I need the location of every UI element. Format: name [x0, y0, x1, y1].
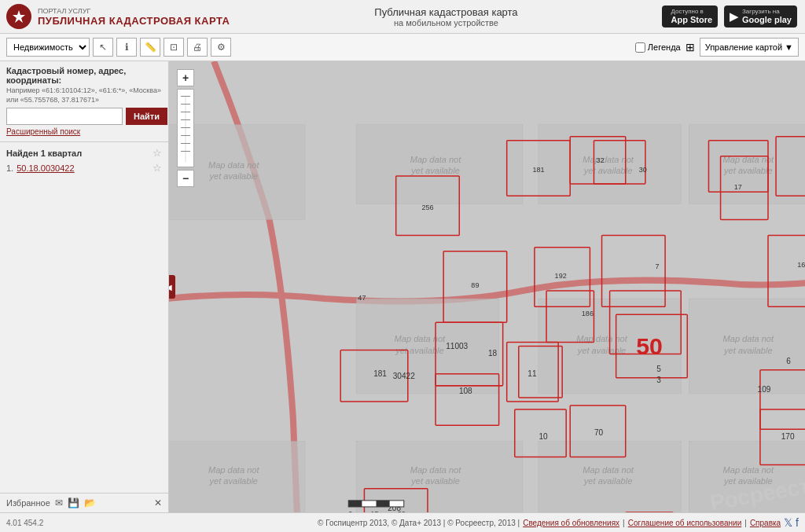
svg-text:Map data not: Map data not: [208, 465, 260, 475]
zoom-in-button[interactable]: +: [177, 69, 194, 86]
search-area: Кадастровый номер, адрес, координаты: На…: [0, 61, 168, 142]
svg-text:Map data not: Map data not: [723, 465, 775, 475]
result-number: 1.: [6, 163, 13, 173]
twitter-icon[interactable]: 𝕏: [784, 516, 792, 529]
googleplay-badge[interactable]: ▶ Загрузить на Google play: [724, 6, 797, 28]
appstore-badge[interactable]: Доступно в App Store: [662, 6, 718, 28]
svg-text:Map data not: Map data not: [583, 155, 634, 164]
results-area: Найден 1 квартал ☆ 1. 50.18.0030422 ☆: [0, 142, 168, 493]
googleplay-text: Загрузить на Google play: [742, 8, 792, 26]
cursor-tool-btn[interactable]: ↖: [93, 38, 113, 57]
svg-text:Map data not: Map data not: [208, 160, 260, 170]
portal-text: ПОРТАЛ УСЛУГ ПУБЛИЧНАЯ КАДАСТРОВАЯ КАРТА: [38, 7, 230, 27]
map-control-label: Управление картой: [705, 42, 782, 52]
footer-updates-link[interactable]: Сведения об обновлениях: [523, 519, 619, 527]
svg-text:30422: 30422: [393, 372, 415, 380]
map-control-btn[interactable]: Управление картой ▼: [700, 38, 799, 57]
toolbar-right: Легенда ⊞ Управление картой ▼: [635, 38, 799, 57]
search-button[interactable]: Найти: [126, 108, 167, 125]
legend-toggle[interactable]: Легенда: [635, 42, 681, 53]
svg-text:yet available: yet available: [577, 346, 627, 355]
toolbar: Недвижимость ↖ ℹ 📏 ⊡ 🖨 ⚙ Легенда ⊞ Управ…: [0, 34, 805, 61]
footer-copyright: © Госпицентр 2013, © Дата+ 2013 | © Роср…: [318, 519, 520, 527]
svg-text:192: 192: [555, 272, 567, 280]
search-input[interactable]: [6, 108, 123, 125]
measure-tool-btn[interactable]: 📏: [140, 38, 160, 57]
property-type-select[interactable]: Недвижимость: [6, 38, 90, 57]
svg-text:181: 181: [532, 166, 544, 174]
svg-text:Map data not: Map data not: [583, 465, 634, 475]
facebook-icon[interactable]: f: [796, 516, 799, 529]
svg-text:186: 186: [582, 310, 594, 317]
results-header: Найден 1 квартал ☆: [6, 147, 162, 159]
results-count: Найден 1 квартал: [6, 149, 82, 158]
favorites-load-icon[interactable]: 📂: [84, 497, 96, 508]
result-link[interactable]: 50.18.0030422: [17, 163, 74, 173]
svg-text:256: 256: [421, 204, 433, 211]
svg-text:yet available: yet available: [410, 476, 460, 486]
svg-text:17: 17: [734, 183, 742, 191]
svg-text:Map data not: Map data not: [723, 334, 775, 343]
portal-name: ПОРТАЛ УСЛУГ: [38, 7, 230, 15]
sidebar: Кадастровый номер, адрес, координаты: На…: [0, 61, 169, 512]
favorites-area: Избранное ✉ 💾 📂 ✕: [0, 493, 168, 512]
main-layout: Кадастровый номер, адрес, координаты: На…: [0, 61, 805, 512]
footer: 4.01 454.2 © Госпицентр 2013, © Дата+ 20…: [0, 512, 805, 532]
map-svg: Map data not yet available Map data not …: [169, 61, 805, 512]
svg-text:30м: 30м: [398, 510, 410, 512]
svg-text:70: 70: [594, 428, 604, 437]
svg-text:yet available: yet available: [583, 166, 633, 175]
chevron-down-icon: ▼: [785, 42, 793, 52]
svg-text:181: 181: [373, 369, 387, 378]
info-tool-btn[interactable]: ℹ: [116, 38, 137, 57]
header-right: Доступно в App Store ▶ Загрузить на Goog…: [662, 6, 805, 28]
grid-icon: ⊞: [686, 41, 695, 53]
footer-right: © Госпицентр 2013, © Дата+ 2013 | © Роср…: [318, 516, 799, 529]
legend-checkbox-input[interactable]: [635, 42, 645, 53]
appstore-text: Доступно в App Store: [671, 8, 712, 26]
svg-text:18: 18: [488, 349, 498, 358]
svg-rect-111: [348, 501, 362, 507]
svg-text:109: 109: [758, 385, 771, 394]
map-container[interactable]: ◀: [169, 61, 805, 512]
zoom-controls: + −: [177, 69, 194, 187]
favorites-close-icon[interactable]: ✕: [154, 497, 162, 508]
svg-text:5: 5: [656, 365, 661, 373]
settings-tool-btn[interactable]: ⚙: [211, 38, 231, 57]
svg-text:yet available: yet available: [209, 171, 259, 181]
svg-text:10: 10: [539, 432, 548, 441]
svg-text:30: 30: [639, 166, 647, 174]
favorites-save-icon[interactable]: 💾: [68, 497, 79, 508]
search-row: Найти: [6, 108, 162, 125]
print-tool-btn[interactable]: 🖨: [187, 38, 208, 57]
svg-text:Map data not: Map data not: [410, 155, 462, 164]
header-center: Публичная кадастровая карта на мобильном…: [374, 6, 517, 28]
google-icon: ▶: [730, 9, 739, 24]
footer-agreement-link[interactable]: Соглашение об использовании: [628, 519, 742, 527]
map-back-arrow[interactable]: ◀: [169, 275, 175, 299]
header: ПОРТАЛ УСЛУГ ПУБЛИЧНАЯ КАДАСТРОВАЯ КАРТА…: [0, 0, 805, 34]
svg-text:0: 0: [348, 510, 352, 512]
svg-text:89: 89: [471, 281, 479, 289]
svg-text:Map data not: Map data not: [395, 334, 447, 343]
svg-text:170: 170: [781, 432, 795, 441]
footer-coords: 4.01 454.2: [6, 519, 43, 527]
header-left: ПОРТАЛ УСЛУГ ПУБЛИЧНАЯ КАДАСТРОВАЯ КАРТА: [0, 4, 230, 29]
svg-text:yet available: yet available: [723, 166, 773, 175]
search-hint: Например «61:6:10104:12», «61:6:*», «Мос…: [6, 86, 162, 105]
area-tool-btn[interactable]: ⊡: [164, 38, 184, 57]
footer-sep1: |: [623, 519, 625, 527]
results-star-icon[interactable]: ☆: [153, 147, 162, 159]
result-item-star-icon[interactable]: ☆: [153, 162, 162, 174]
search-label: Кадастровый номер, адрес, координаты:: [6, 66, 162, 85]
svg-text:yet available: yet available: [723, 346, 773, 355]
advanced-search-link[interactable]: Расширенный поиск: [6, 127, 80, 136]
portal-logo: [6, 4, 31, 29]
zoom-scale-slider[interactable]: [177, 89, 194, 167]
portal-title: ПУБЛИЧНАЯ КАДАСТРОВАЯ КАРТА: [38, 15, 230, 27]
favorites-email-icon[interactable]: ✉: [55, 497, 63, 508]
svg-text:yet available: yet available: [583, 476, 633, 486]
svg-text:15: 15: [370, 510, 378, 512]
zoom-out-button[interactable]: −: [177, 170, 194, 187]
footer-help-link[interactable]: Справка: [750, 519, 781, 527]
